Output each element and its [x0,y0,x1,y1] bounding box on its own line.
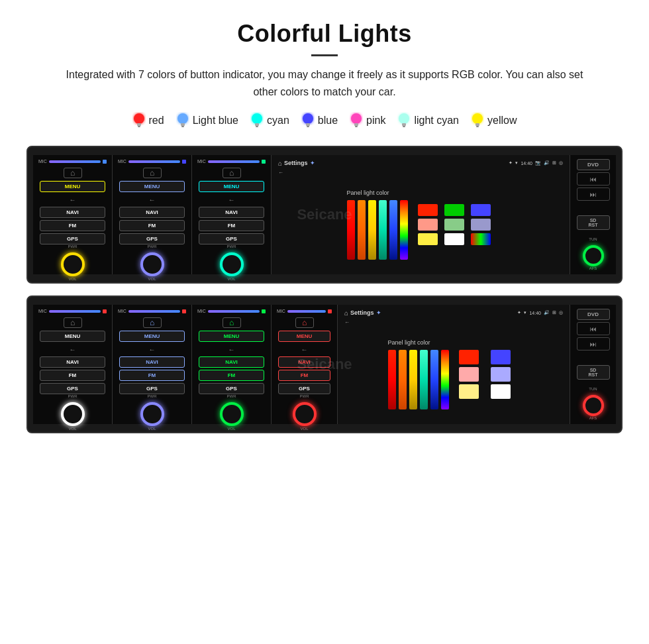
settings-title-b: Settings [350,309,374,316]
settings-title: Settings [284,160,308,166]
knob-b4[interactable] [293,402,317,426]
swatch-b2 [491,350,511,364]
knob-2[interactable] [140,252,164,276]
navi-btn-b3[interactable]: NAVI [199,356,264,368]
ir-bar-2 [128,160,180,163]
time-display: 14:40 [521,161,532,166]
gps-btn-b2[interactable]: GPS [119,383,185,394]
color-item-blue: blue [301,112,338,129]
knob-right-bottom[interactable] [583,395,604,416]
color-label-pink: pink [366,115,385,127]
fm-btn-b2[interactable]: FM [119,370,185,381]
unit-panel-2: MIC ⌂ MENU ← NAVI FM GPS [113,155,192,274]
ir-dot-b3 [262,309,266,313]
fm-btn-2[interactable]: FM [119,220,185,231]
gps-btn-2[interactable]: GPS [119,233,185,244]
knob-b1[interactable] [61,402,85,426]
knob-3[interactable] [220,252,244,276]
bar-blue [389,200,397,260]
bt-icon-b: ✦ [517,310,521,315]
fm-btn-b1[interactable]: FM [40,370,105,381]
menu-btn-b2[interactable]: MENU [119,331,185,342]
sd-btn-top[interactable]: SDRST [577,215,610,230]
vol-label-1: VOL [61,277,85,281]
navi-btn-2[interactable]: NAVI [119,207,185,218]
panel-light-label-b: Panel light color [388,339,449,346]
fm-btn-b4[interactable]: FM [278,370,330,381]
stereo-container-bottom: MIC ⌂ MENU ← NAVI FM GPS [26,295,623,433]
red-bulb-icon [132,112,146,129]
gps-btn-3[interactable]: GPS [199,233,264,244]
back-arrow[interactable]: ← [278,170,283,176]
color-item-light-cyan: light cyan [397,112,459,129]
ir-bar-3 [208,160,260,163]
bt-icon: ✦ [509,160,513,166]
unit-buttons-b1: MENU ← NAVI FM GPS [36,331,109,394]
knob-b3[interactable] [220,402,244,426]
Light-blue-bulb-icon [176,112,189,129]
gps-btn-b3[interactable]: GPS [199,383,264,394]
bar-orange-b [399,350,407,409]
fm-btn-3[interactable]: FM [199,220,264,231]
menu-btn-1[interactable]: MENU [40,181,105,192]
nav-bar-top: ← [275,168,566,177]
page-container: Colorful Lights Integrated with 7 colors… [0,0,649,460]
unit-buttons-2: MENU ← NAVI FM GPS [115,181,189,244]
svg-rect-10 [306,123,310,126]
dvd-btn-top[interactable]: DVD [577,159,610,170]
mic-label-b1: MIC [38,309,47,313]
swatch-b4 [491,367,511,382]
gps-btn-1[interactable]: GPS [40,233,105,244]
ir-dot-1 [103,160,107,164]
color-item-cyan: cyan [250,112,289,129]
status-left: ⌂ Settings ✦ [278,160,315,167]
navi-btn-b2[interactable]: NAVI [119,356,185,368]
fm-btn-b3[interactable]: FM [199,370,264,381]
unit-buttons-b2: MENU ← NAVI FM GPS [115,331,189,394]
display-content-top: Panel light color [275,177,566,272]
knob-b2[interactable] [140,402,164,426]
status-bar-top: ⌂ Settings ✦ ✦ ▾ 14:40 📷 🔊 ⊞ ◎ [275,158,566,168]
menu-btn-b4[interactable]: MENU [278,331,330,342]
svg-point-9 [303,113,313,124]
menu-btn-3[interactable]: MENU [199,181,264,192]
navi-btn-1[interactable]: NAVI [40,207,105,218]
status-bar-bottom: ⌂ Settings ✦ ✦ ▾ 14:40 🔊 ⊞ ◎ [342,307,566,318]
mic-label-2: MIC [118,159,126,164]
dvd-btn-bottom[interactable]: DVD [577,309,610,320]
knob-1[interactable] [61,252,85,276]
ir-dot-b1 [103,309,107,313]
ir-dot-2 [182,160,186,164]
unit-buttons-b3: MENU ← NAVI FM GPS [195,331,268,394]
menu-btn-b3[interactable]: MENU [199,331,264,342]
svg-point-6 [252,113,262,124]
next-btn-top[interactable]: ⏭ [577,188,610,201]
prev-btn-top[interactable]: ⏮ [577,172,610,186]
prev-btn-bottom[interactable]: ⏮ [577,322,610,335]
swatch-b5 [459,384,479,399]
next-btn-bottom[interactable]: ⏭ [577,337,610,350]
bar-blue-b [430,350,438,409]
ir-dot-3 [262,160,266,164]
navi-btn-3[interactable]: NAVI [199,207,264,218]
fm-btn-1[interactable]: FM [40,220,105,231]
main-display-top: ⌂ Settings ✦ ✦ ▾ 14:40 📷 🔊 ⊞ ◎ [272,155,570,274]
navi-btn-b4[interactable]: NAVI [278,356,330,368]
svg-point-3 [177,113,188,124]
wifi-icon: ▾ [515,160,518,166]
bar-rainbow [400,200,408,260]
navi-btn-b1[interactable]: NAVI [40,356,105,368]
panel-light-label: Panel light color [347,189,408,196]
sd-btn-bottom[interactable]: SDRST [577,365,610,380]
knob-right-top[interactable] [583,245,604,266]
stereo-row-top: MIC ⌂ MENU ← NAVI FM GPS [33,155,616,274]
menu-btn-2[interactable]: MENU [119,181,185,192]
cyan-bulb-icon [250,112,264,129]
vol-label-b1: VOL [61,427,85,431]
mic-bar-b1: MIC [36,309,109,313]
swatch-9 [471,233,491,245]
gps-btn-b1[interactable]: GPS [40,383,105,394]
gps-btn-b4[interactable]: GPS [278,383,330,394]
back-arrow-b[interactable]: ← [344,319,350,325]
menu-btn-b1[interactable]: MENU [40,331,105,342]
